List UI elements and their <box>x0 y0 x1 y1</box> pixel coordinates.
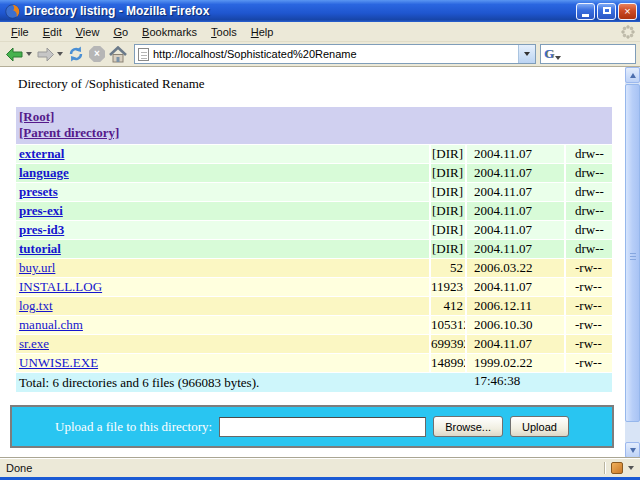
size-cell: [DIR] <box>429 145 465 163</box>
total-row: Total: 6 directories and 6 files (966083… <box>16 373 612 392</box>
extension-status-icon[interactable] <box>611 462 623 474</box>
listing-rows: external[DIR]2004.11.07 21:47:16drw--lan… <box>16 145 612 372</box>
attr-cell: drw-- <box>564 221 612 239</box>
scrollbar-thumb[interactable] <box>625 84 640 422</box>
google-logo-icon: G <box>544 47 554 61</box>
throbber-icon <box>620 24 636 40</box>
menu-go[interactable]: Go <box>106 24 135 40</box>
attr-cell: -rw-- <box>564 259 612 277</box>
table-row: tutorial[DIR]2004.11.07 21:47:16drw-- <box>16 240 612 258</box>
attr-cell: drw-- <box>564 202 612 220</box>
url-bar[interactable] <box>134 44 536 64</box>
table-row: presets[DIR]2004.11.07 21:47:16drw-- <box>16 183 612 201</box>
table-row: external[DIR]2004.11.07 21:47:16drw-- <box>16 145 612 163</box>
file-link[interactable]: UNWISE.EXE <box>19 355 98 370</box>
page-favicon-icon <box>138 48 149 61</box>
title-bar: Directory listing - Mozilla Firefox × <box>0 0 640 22</box>
file-link[interactable]: INSTALL.LOG <box>19 279 102 294</box>
scroll-up-button[interactable] <box>625 67 640 83</box>
status-bar: Done <box>0 458 640 477</box>
size-cell: 412 <box>429 297 465 315</box>
restore-button[interactable] <box>597 3 616 20</box>
url-history-dropdown[interactable] <box>518 45 535 63</box>
reload-button[interactable] <box>66 44 86 64</box>
back-dropdown-icon[interactable] <box>26 52 32 56</box>
date-cell: 2004.11.07 21:47:18 <box>465 278 564 296</box>
attr-cell: drw-- <box>564 145 612 163</box>
size-cell: 52 <box>429 259 465 277</box>
stop-button[interactable]: × <box>88 45 106 63</box>
attr-cell: -rw-- <box>564 354 612 372</box>
page-title: Directory of /Sophisticated Rename <box>18 76 625 92</box>
navigation-toolbar: × G <box>0 42 640 67</box>
directory-listing: [Root][Parent directory] external[DIR]20… <box>16 107 612 392</box>
status-dropdown-icon[interactable] <box>628 466 634 470</box>
forward-button[interactable] <box>35 45 64 64</box>
table-row: buy.url522006.03.22 11:09:24-rw-- <box>16 259 612 277</box>
date-cell: 2004.11.07 21:47:16 <box>465 240 564 258</box>
name-cell: log.txt <box>16 297 429 315</box>
scroll-down-button[interactable] <box>625 442 640 458</box>
home-button[interactable] <box>108 45 128 64</box>
menu-bookmarks[interactable]: Bookmarks <box>135 24 204 40</box>
file-link[interactable]: manual.chm <box>19 317 83 332</box>
attr-cell: -rw-- <box>564 297 612 315</box>
attr-cell: -rw-- <box>564 278 612 296</box>
browse-button[interactable]: Browse... <box>433 416 503 437</box>
date-cell: 2006.10.30 11:50:46 <box>465 316 564 334</box>
menu-edit[interactable]: Edit <box>36 24 69 40</box>
search-engine-dropdown-icon[interactable] <box>555 56 561 60</box>
table-row: manual.chm1053122006.10.30 11:50:46-rw-- <box>16 316 612 334</box>
upload-file-input[interactable] <box>219 417 426 437</box>
nav-link[interactable]: [Parent directory] <box>19 125 612 141</box>
file-link[interactable]: sr.exe <box>19 336 49 351</box>
stop-icon: × <box>89 46 105 62</box>
name-cell: presets <box>16 183 429 201</box>
close-button[interactable]: × <box>618 3 637 20</box>
menu-bar: FileEditViewGoBookmarksToolsHelp <box>0 22 640 42</box>
name-cell: buy.url <box>16 259 429 277</box>
size-cell: [DIR] <box>429 164 465 182</box>
home-icon <box>109 46 127 63</box>
upload-label: Upload a file to this directory: <box>55 419 212 435</box>
date-cell: 2004.11.07 21:47:16 <box>465 164 564 182</box>
nav-link[interactable]: [Root] <box>19 109 612 125</box>
nav-block: [Root][Parent directory] <box>16 107 612 144</box>
menu-help[interactable]: Help <box>244 24 281 40</box>
name-cell: sr.exe <box>16 335 429 353</box>
file-link[interactable]: buy.url <box>19 260 55 275</box>
directory-link[interactable]: pres-exi <box>19 203 63 218</box>
directory-link[interactable]: tutorial <box>19 241 61 256</box>
table-row: language[DIR]2004.11.07 21:47:16drw-- <box>16 164 612 182</box>
forward-arrow-icon <box>36 46 55 63</box>
minimize-button[interactable] <box>576 3 595 20</box>
directory-link[interactable]: language <box>19 165 69 180</box>
size-cell: [DIR] <box>429 221 465 239</box>
upload-button[interactable]: Upload <box>510 416 569 437</box>
url-input[interactable] <box>149 46 518 62</box>
back-button[interactable] <box>4 45 33 64</box>
size-cell: [DIR] <box>429 183 465 201</box>
attr-cell: drw-- <box>564 240 612 258</box>
name-cell: pres-exi <box>16 202 429 220</box>
directory-link[interactable]: presets <box>19 184 58 199</box>
vertical-scrollbar[interactable] <box>625 67 640 458</box>
forward-dropdown-icon[interactable] <box>57 52 63 56</box>
date-cell: 2004.11.07 21:47:16 <box>465 221 564 239</box>
search-bar[interactable]: G <box>540 44 636 64</box>
menu-view[interactable]: View <box>69 24 107 40</box>
table-row: log.txt4122006.12.11 17:30:52-rw-- <box>16 297 612 315</box>
table-row: UNWISE.EXE1489921999.02.22 17:46:38-rw-- <box>16 354 612 372</box>
date-cell: 2004.11.07 21:47:16 <box>465 202 564 220</box>
date-cell: 2006.03.22 11:09:24 <box>465 259 564 277</box>
file-link[interactable]: log.txt <box>19 298 53 313</box>
directory-link[interactable]: pres-id3 <box>19 222 64 237</box>
name-cell: INSTALL.LOG <box>16 278 429 296</box>
browser-content: Directory of /Sophisticated Rename [Root… <box>0 67 625 458</box>
table-row: pres-id3[DIR]2004.11.07 21:47:16drw-- <box>16 221 612 239</box>
firefox-icon <box>5 4 20 19</box>
directory-link[interactable]: external <box>19 146 64 161</box>
menu-tools[interactable]: Tools <box>204 24 244 40</box>
menu-file[interactable]: File <box>4 24 36 40</box>
status-separator <box>604 462 605 474</box>
